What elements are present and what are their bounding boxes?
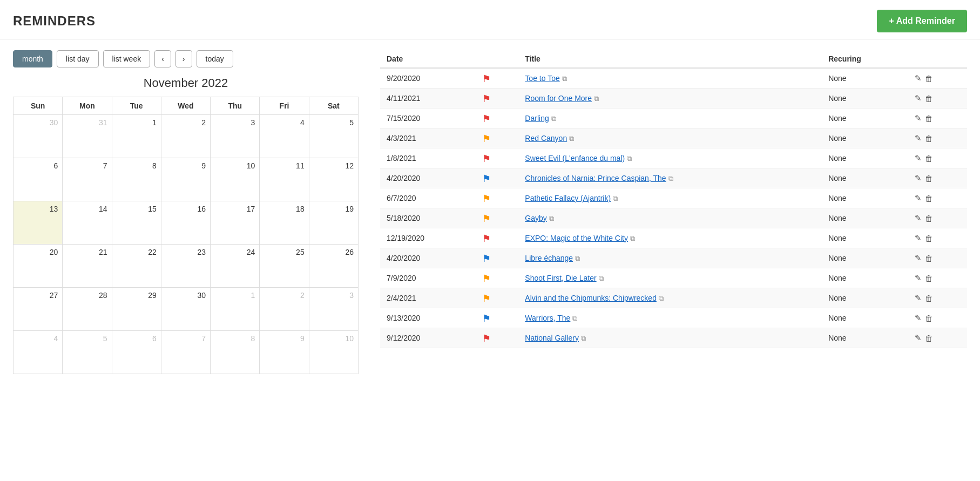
copy-icon[interactable]: ⧉ [659, 294, 664, 303]
delete-icon[interactable]: 🗑 [925, 294, 933, 303]
calendar-cell[interactable]: 7 [63, 158, 112, 201]
delete-icon[interactable]: 🗑 [925, 254, 933, 263]
copy-icon[interactable]: ⧉ [627, 154, 632, 163]
calendar-cell[interactable]: 20 [13, 245, 63, 288]
copy-icon[interactable]: ⧉ [599, 274, 604, 283]
edit-icon[interactable]: ✎ [915, 193, 922, 203]
copy-icon[interactable]: ⧉ [668, 174, 673, 183]
calendar-cell[interactable]: 1 [112, 115, 161, 158]
copy-icon[interactable]: ⧉ [549, 214, 554, 223]
edit-icon[interactable]: ✎ [915, 113, 922, 123]
reminder-title-link[interactable]: Pathetic Fallacy (Ajantrik) [525, 194, 611, 202]
calendar-cell[interactable]: 28 [63, 288, 112, 331]
edit-icon[interactable]: ✎ [915, 233, 922, 243]
calendar-cell[interactable]: 10 [309, 331, 358, 374]
copy-icon[interactable]: ⧉ [569, 134, 574, 143]
copy-icon[interactable]: ⧉ [581, 334, 586, 343]
reminder-title-link[interactable]: Libre échange [525, 254, 573, 262]
calendar-cell[interactable]: 22 [112, 245, 161, 288]
edit-icon[interactable]: ✎ [915, 253, 922, 263]
edit-icon[interactable]: ✎ [915, 133, 922, 143]
calendar-cell[interactable]: 4 [13, 331, 63, 374]
calendar-cell[interactable]: 6 [112, 331, 161, 374]
copy-icon[interactable]: ⧉ [630, 234, 635, 243]
calendar-cell[interactable]: 16 [161, 201, 210, 245]
copy-icon[interactable]: ⧉ [572, 314, 577, 323]
view-month-button[interactable]: month [13, 50, 52, 67]
add-reminder-button[interactable]: + Add Reminder [877, 10, 967, 32]
reminder-title-link[interactable]: EXPO: Magic of the White City [525, 234, 628, 242]
delete-icon[interactable]: 🗑 [925, 214, 933, 223]
calendar-cell[interactable]: 14 [63, 201, 112, 245]
reminder-title-link[interactable]: National Gallery [525, 334, 579, 342]
reminder-title-link[interactable]: Room for One More [525, 94, 592, 103]
calendar-cell[interactable]: 9 [260, 331, 309, 374]
copy-icon[interactable]: ⧉ [594, 94, 599, 103]
calendar-cell[interactable]: 30 [161, 288, 210, 331]
copy-icon[interactable]: ⧉ [575, 254, 580, 263]
delete-icon[interactable]: 🗑 [925, 154, 933, 163]
calendar-cell[interactable]: 2 [161, 115, 210, 158]
reminder-title-link[interactable]: Toe to Toe [525, 74, 559, 83]
reminder-title-link[interactable]: Chronicles of Narnia: Prince Caspian, Th… [525, 174, 666, 182]
next-month-button[interactable]: › [175, 50, 192, 67]
calendar-cell[interactable]: 30 [13, 115, 63, 158]
delete-icon[interactable]: 🗑 [925, 314, 933, 323]
calendar-cell[interactable]: 7 [161, 331, 210, 374]
delete-icon[interactable]: 🗑 [925, 234, 933, 243]
calendar-cell[interactable]: 23 [161, 245, 210, 288]
reminder-title-link[interactable]: Darling [525, 114, 549, 123]
delete-icon[interactable]: 🗑 [925, 94, 933, 103]
reminder-title-link[interactable]: Red Canyon [525, 134, 567, 143]
reminder-title-link[interactable]: Shoot First, Die Later [525, 274, 596, 282]
calendar-cell[interactable]: 8 [112, 158, 161, 201]
reminder-title-link[interactable]: Warriors, The [525, 314, 570, 322]
calendar-cell[interactable]: 1 [211, 288, 260, 331]
edit-icon[interactable]: ✎ [915, 293, 922, 303]
edit-icon[interactable]: ✎ [915, 73, 922, 83]
reminder-title-link[interactable]: Alvin and the Chipmunks: Chipwrecked [525, 294, 657, 302]
edit-icon[interactable]: ✎ [915, 273, 922, 283]
delete-icon[interactable]: 🗑 [925, 134, 933, 143]
calendar-cell[interactable]: 13 [13, 201, 63, 245]
reminder-title-link[interactable]: Sweet Evil (L'enfance du mal) [525, 154, 625, 162]
calendar-cell[interactable]: 4 [260, 115, 309, 158]
copy-icon[interactable]: ⧉ [562, 74, 567, 83]
edit-icon[interactable]: ✎ [915, 213, 922, 223]
calendar-cell[interactable]: 18 [260, 201, 309, 245]
edit-icon[interactable]: ✎ [915, 173, 922, 183]
edit-icon[interactable]: ✎ [915, 313, 922, 323]
calendar-cell[interactable]: 29 [112, 288, 161, 331]
calendar-cell[interactable]: 17 [211, 201, 260, 245]
calendar-cell[interactable]: 9 [161, 158, 210, 201]
calendar-cell[interactable]: 8 [211, 331, 260, 374]
calendar-cell[interactable]: 24 [211, 245, 260, 288]
calendar-cell[interactable]: 2 [260, 288, 309, 331]
calendar-cell[interactable]: 10 [211, 158, 260, 201]
view-listweek-button[interactable]: list week [103, 50, 151, 67]
delete-icon[interactable]: 🗑 [925, 114, 933, 123]
calendar-cell[interactable]: 19 [309, 201, 358, 245]
delete-icon[interactable]: 🗑 [925, 174, 933, 183]
calendar-cell[interactable]: 26 [309, 245, 358, 288]
calendar-cell[interactable]: 5 [63, 331, 112, 374]
copy-icon[interactable]: ⧉ [551, 114, 556, 123]
calendar-cell[interactable]: 3 [309, 288, 358, 331]
calendar-cell[interactable]: 15 [112, 201, 161, 245]
delete-icon[interactable]: 🗑 [925, 74, 933, 83]
calendar-cell[interactable]: 27 [13, 288, 63, 331]
today-button[interactable]: today [197, 50, 233, 67]
delete-icon[interactable]: 🗑 [925, 194, 933, 203]
calendar-cell[interactable]: 11 [260, 158, 309, 201]
calendar-cell[interactable]: 5 [309, 115, 358, 158]
calendar-cell[interactable]: 12 [309, 158, 358, 201]
calendar-cell[interactable]: 25 [260, 245, 309, 288]
view-listday-button[interactable]: list day [57, 50, 99, 67]
calendar-cell[interactable]: 21 [63, 245, 112, 288]
calendar-cell[interactable]: 3 [211, 115, 260, 158]
calendar-cell[interactable]: 31 [63, 115, 112, 158]
delete-icon[interactable]: 🗑 [925, 334, 933, 343]
edit-icon[interactable]: ✎ [915, 333, 922, 343]
edit-icon[interactable]: ✎ [915, 93, 922, 103]
prev-month-button[interactable]: ‹ [154, 50, 171, 67]
